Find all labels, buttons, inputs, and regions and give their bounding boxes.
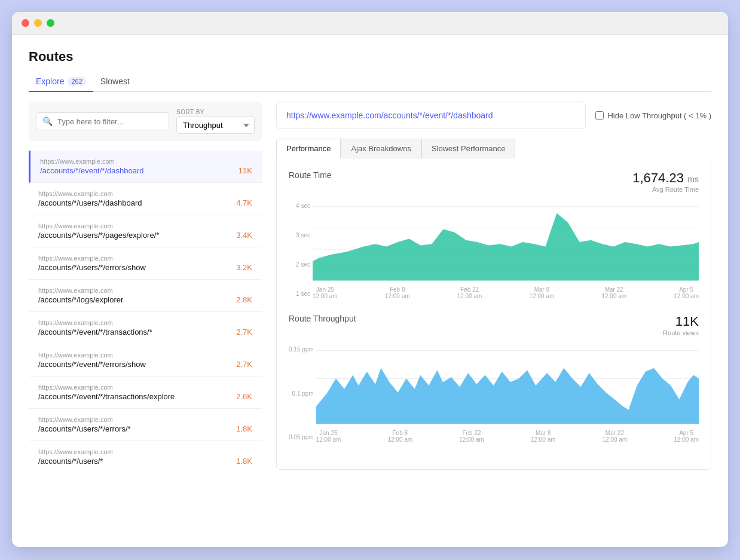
- route-time-section: Route Time 1,674.23 ms Avg Route Time: [289, 170, 699, 299]
- route-count: 4.7K: [236, 198, 252, 207]
- route-path: /accounts/*/users/*/errors/show: [38, 263, 146, 272]
- route-time-unit: ms: [687, 175, 699, 184]
- route-domain: https://www.example.com: [38, 319, 252, 326]
- x-label: Jan 2512:00 am: [316, 430, 341, 443]
- x-label: Jan 2512:00 am: [313, 286, 338, 299]
- route-throughput-title: Route Throughput: [289, 314, 356, 323]
- route-count: 3.4K: [236, 231, 252, 240]
- list-item[interactable]: https://www.example.com /accounts/*/user…: [29, 215, 262, 247]
- list-item[interactable]: https://www.example.com /accounts/*/even…: [29, 344, 262, 377]
- search-icon: 🔍: [42, 117, 53, 126]
- route-path: /accounts/*/users/*/pages/explore/*: [38, 231, 159, 240]
- list-item[interactable]: https://www.example.com /accounts/*/user…: [29, 247, 262, 280]
- route-time-chart-area: [313, 200, 699, 284]
- route-domain: https://www.example.com: [38, 416, 252, 423]
- route-throughput-header: Route Throughput 11K Route views: [289, 314, 699, 336]
- route-count: 2.7K: [236, 360, 252, 369]
- list-item[interactable]: https://www.example.com /accounts/*/even…: [29, 377, 262, 409]
- route-domain: https://www.example.com: [38, 255, 252, 262]
- route-time-y-axis: 4 sec 3 sec 2 sec 1 sec: [289, 200, 310, 299]
- search-input[interactable]: [57, 117, 163, 126]
- x-label: Mar 2212:00 am: [603, 430, 628, 443]
- list-item[interactable]: https://www.example.com /accounts/*/user…: [29, 409, 262, 441]
- route-path: /accounts/*/event/*/transactions/*: [38, 328, 152, 336]
- route-count: 2.6K: [236, 392, 252, 401]
- route-count: 3.2K: [236, 263, 252, 272]
- tab-explore[interactable]: Explore 262: [29, 72, 93, 92]
- y-label: 2 sec: [289, 261, 310, 268]
- route-throughput-chart-wrapper: 0.15 ppm 0.1 ppm 0.05 ppm: [289, 344, 699, 443]
- route-domain: https://www.example.com: [38, 384, 252, 391]
- hide-throughput-label[interactable]: Hide Low Throughput ( < 1% ): [595, 111, 711, 120]
- list-item[interactable]: https://www.example.com /accounts/*/user…: [29, 441, 262, 473]
- y-label: 3 sec: [289, 232, 310, 238]
- route-domain: https://www.example.com: [38, 448, 252, 455]
- route-throughput-section: Route Throughput 11K Route views 0.15 pp…: [289, 314, 699, 443]
- x-label: Feb 812:00 am: [387, 430, 412, 443]
- minimize-dot[interactable]: [34, 19, 42, 27]
- route-count: 1.8K: [236, 457, 252, 466]
- detail-url[interactable]: https://www.example.com/accounts/*/event…: [276, 102, 586, 129]
- list-item[interactable]: https://www.example.com /accounts/*/logs…: [29, 280, 262, 312]
- tab-ajax-breakdowns[interactable]: Ajax Breakdowns: [341, 139, 421, 158]
- right-panel: https://www.example.com/accounts/*/event…: [262, 102, 711, 473]
- list-item[interactable]: https://www.example.com /accounts/*/even…: [29, 312, 262, 344]
- route-time-chart-main: Jan 2512:00 am Feb 812:00 am Feb 2212:00…: [313, 200, 699, 299]
- app-window: Routes Explore 262 Slowest 🔍: [12, 12, 728, 547]
- title-bar: [12, 12, 728, 35]
- route-domain: https://www.example.com: [38, 222, 252, 229]
- tab-performance[interactable]: Performance: [276, 139, 341, 158]
- x-label: Feb 812:00 am: [385, 286, 410, 299]
- sort-select[interactable]: Throughput Response Time Error Rate: [176, 117, 255, 134]
- x-label: Mar 812:00 am: [531, 430, 556, 443]
- main-layout: 🔍 SORT BY Throughput Response Time Error…: [29, 102, 711, 473]
- route-count: 2.8K: [236, 295, 252, 304]
- filter-bar: 🔍 SORT BY Throughput Response Time Error…: [29, 102, 262, 141]
- route-path: /accounts/*/users/*: [38, 457, 103, 466]
- route-domain: https://www.example.com: [40, 158, 252, 165]
- charts-area: Route Time 1,674.23 ms Avg Route Time: [276, 158, 711, 470]
- route-path: /accounts/*/users/*/errors/*: [38, 424, 131, 433]
- route-time-stat: 1,674.23 ms Avg Route Time: [632, 170, 699, 193]
- route-time-header: Route Time 1,674.23 ms Avg Route Time: [289, 170, 699, 193]
- y-label: 0.05 ppm: [289, 434, 314, 440]
- hide-throughput-checkbox[interactable]: [595, 111, 604, 120]
- route-path: /accounts/*/logs/explorer: [38, 295, 123, 304]
- route-count: 2.7K: [236, 328, 252, 336]
- left-panel: 🔍 SORT BY Throughput Response Time Error…: [29, 102, 262, 473]
- route-domain: https://www.example.com: [38, 287, 252, 294]
- x-label: Mar 812:00 am: [530, 286, 555, 299]
- tab-slowest[interactable]: Slowest: [93, 72, 137, 92]
- y-label: 4 sec: [289, 203, 310, 209]
- x-label: Mar 2212:00 am: [601, 286, 626, 299]
- y-label: 1 sec: [289, 290, 310, 297]
- route-path: /accounts/*/users/*/dashboard: [38, 198, 142, 207]
- top-tabs: Explore 262 Slowest: [29, 72, 711, 92]
- search-wrap: 🔍: [36, 112, 169, 130]
- route-path: /accounts/*/event/*/transactions/explore: [38, 392, 175, 401]
- app-content: Routes Explore 262 Slowest 🔍: [12, 35, 728, 488]
- route-throughput-value: 11K: [675, 314, 699, 329]
- route-throughput-svg: [316, 344, 699, 427]
- list-item[interactable]: https://www.example.com /accounts/*/user…: [29, 183, 262, 215]
- close-dot[interactable]: [22, 19, 29, 27]
- y-label: 0.1 ppm: [289, 390, 314, 397]
- sort-by-label: SORT BY: [176, 109, 255, 115]
- route-throughput-stat: 11K Route views: [663, 314, 699, 336]
- route-time-label: Avg Route Time: [632, 186, 699, 193]
- route-time-title: Route Time: [289, 170, 332, 180]
- list-item[interactable]: https://www.example.com /accounts/*/even…: [29, 151, 262, 183]
- route-count: 1.8K: [236, 424, 252, 433]
- route-time-x-labels: Jan 2512:00 am Feb 812:00 am Feb 2212:00…: [313, 284, 699, 299]
- route-throughput-chart-area: [316, 344, 699, 427]
- x-label: Feb 2212:00 am: [459, 430, 484, 443]
- tab-slowest-performance[interactable]: Slowest Performance: [421, 139, 516, 158]
- page-title: Routes: [29, 49, 711, 65]
- route-domain: https://www.example.com: [38, 190, 252, 197]
- maximize-dot[interactable]: [47, 19, 54, 27]
- x-label: Feb 2212:00 am: [457, 286, 482, 299]
- route-domain: https://www.example.com: [38, 351, 252, 359]
- route-throughput-label: Route views: [663, 329, 699, 336]
- route-count: 11K: [238, 166, 252, 175]
- route-time-chart-wrapper: 4 sec 3 sec 2 sec 1 sec: [289, 200, 699, 299]
